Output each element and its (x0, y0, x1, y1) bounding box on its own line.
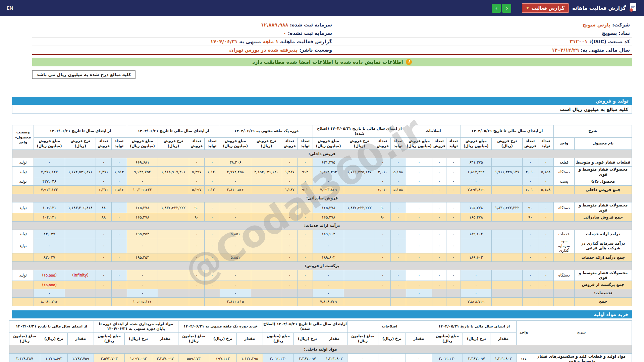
value-cell: ۰ (204, 281, 220, 289)
info-icon: i (406, 59, 412, 65)
value-cell (492, 158, 523, 167)
value-cell (432, 297, 446, 306)
value-cell: ۰ (446, 270, 461, 281)
value-cell: ۶,۸۶۲,۴۹۴ (461, 167, 491, 177)
value-cell (158, 213, 189, 221)
unit-cell (553, 297, 574, 306)
value-cell: ۰ (406, 186, 432, 194)
status-cell (12, 297, 34, 306)
column-header: مبلغ (میلیون ریال) (347, 333, 378, 345)
value-cell (375, 289, 390, 297)
raw-materials-section: خرید مواد اولیه شرحواحداز ابتدای سال مال… (12, 310, 632, 362)
status-cell (12, 281, 34, 289)
value-cell (344, 213, 375, 221)
value-cell: ۰ (432, 230, 446, 238)
value-cell: ۰ (34, 158, 65, 167)
value-cell: ۱۶۵,۲۷۸ (127, 213, 158, 221)
value-cell: ۱۰,۶۶۵,۱۶۴ (127, 297, 158, 306)
value-cell (344, 270, 375, 281)
column-header: مبلغ (میلیون ریال) (9, 333, 40, 345)
value-cell: ۱۶۵,۲۷۸ (313, 213, 344, 221)
value-cell: ۰ (127, 177, 158, 186)
value-cell (492, 253, 523, 261)
column-header: اصلاحات (406, 125, 461, 138)
value-cell (251, 238, 282, 253)
row-label: محصولات فشار متوسط و قوی (575, 202, 632, 213)
value-cell: ۰ (446, 186, 461, 194)
column-header: تعداد فروش (282, 137, 297, 150)
value-cell (251, 186, 282, 194)
value-cell: ۲,۸۱۶,۴۱۵ (220, 297, 251, 306)
report-type-button[interactable]: گزارش فعالیت ▼ (522, 3, 569, 13)
info-field: گزارش فعالیت ماهانه ۱ ماهه منتهی به ۱۴۰۴… (34, 39, 332, 44)
value-cell: ۱,۷۴۹,۸۹۳ (40, 354, 67, 362)
value-cell (344, 230, 375, 238)
value-cell: (۱۵,۵۵۵) (34, 281, 65, 289)
value-cell (158, 297, 189, 306)
unit-cell (553, 253, 574, 261)
value-cell: ۰ (220, 177, 251, 186)
value-cell: ۰ (298, 213, 313, 221)
value-cell (65, 238, 96, 253)
row-label: محصولات فشار متوسط و قوی (575, 270, 632, 281)
next-report-button[interactable]: › (492, 4, 501, 13)
column-header: تعداد تولید (446, 137, 461, 150)
info-label: سرمایه ثبت نشده: (286, 31, 332, 36)
column-header: اصلاحات (347, 320, 432, 333)
value-cell: ۰ (220, 213, 251, 221)
value-cell (298, 297, 313, 306)
value-cell: ۶,۸۶۲,۴۹۴ (313, 167, 344, 177)
value-cell: (Infinity) (65, 270, 96, 281)
value-cell: ۰ (313, 289, 344, 297)
value-cell (344, 289, 375, 297)
column-header: نرخ (ریال) (378, 333, 406, 345)
value-cell: ۰ (406, 281, 432, 289)
value-cell (158, 230, 189, 238)
previous-report-button[interactable]: ‹ (502, 4, 511, 13)
value-cell: ۳,۵۷۳,۷۰۳ (94, 354, 124, 362)
value-cell: ۰ (313, 281, 344, 289)
status-cell: تولید (12, 177, 34, 186)
value-cell: ۱۹۵,۴۵۳ (127, 253, 158, 261)
info-label: وضعیت ناشر: (298, 47, 332, 53)
value-cell (251, 158, 282, 167)
value-cell (251, 177, 282, 186)
topbar: گزارش فعالیت ماهانه گزارش فعالیت ▼ ‹ › E… (0, 0, 644, 16)
status-cell: تولید (12, 238, 34, 253)
column-header: نرخ (ریال) (209, 333, 236, 345)
unit-cell: خدمات (553, 230, 574, 238)
column-header: مقدار (321, 333, 347, 345)
status-cell: تولید (12, 202, 34, 213)
value-cell: ۰ (406, 253, 432, 261)
value-cell: ۰ (298, 238, 313, 253)
language-toggle[interactable]: EN (7, 5, 13, 11)
value-cell: ۰ (406, 202, 432, 213)
value-cell: ۰ (432, 177, 446, 186)
value-cell: ۶,۵۱۴ (111, 186, 127, 194)
value-cell: ۰ (446, 167, 461, 177)
info-field: کد صنعت (ISIC): ۳۱۲۰۰۱ (332, 39, 630, 44)
value-cell: ۱۹۵,۴۵۳ (127, 230, 158, 238)
value-cell: ۰ (406, 158, 432, 167)
value-cell: ۰ (446, 202, 461, 213)
data-row: محصولات فشار متوسط و قویدستگاه۰۰۰۰۰۰۰۰۰۰… (12, 270, 632, 281)
value-cell: ۰ (96, 177, 111, 186)
company-info-row: نماد: بسویچسرمایه ثبت نشده: ۰ (32, 29, 632, 38)
status-cell: تولید (12, 158, 34, 167)
value-cell: ۰ (406, 167, 432, 177)
value-cell: ۰ (282, 238, 297, 253)
value-cell: ۰ (282, 177, 297, 186)
value-cell: ۰ (96, 281, 111, 289)
info-label: بسویچ (602, 31, 617, 36)
data-row: محصول GISپست۰۰۰۰۰۰۰۰۰۰۰۰۰۰۰۰۰۴۳۷,۰۴۶تولی… (12, 177, 632, 186)
value-cell (96, 297, 111, 306)
value-cell: ۰ (189, 281, 204, 289)
value-cell: ۰ (204, 213, 220, 221)
column-header: مبلغ (میلیون ریال) (178, 333, 209, 345)
row-label: قطعات فشار قوی و متوسط (575, 158, 632, 167)
column-header: مقدار (490, 333, 517, 345)
value-cell (65, 253, 96, 261)
row-label: جمع فروش داخلی (575, 186, 632, 194)
value-cell: ۰ (538, 158, 553, 167)
value-cell: ۲,۳۸۷,۰۹۷ (293, 354, 321, 362)
